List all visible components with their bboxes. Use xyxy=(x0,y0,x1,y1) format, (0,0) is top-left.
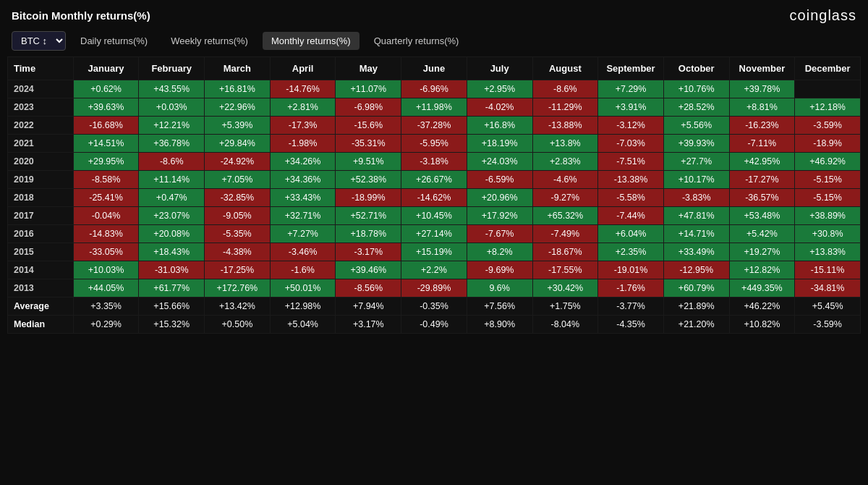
value-cell: +53.48% xyxy=(729,207,795,225)
table-row: 2014+10.03%-31.03%-17.25%-1.6%+39.46%+2.… xyxy=(8,261,861,279)
table-row: 2019-8.58%+11.14%+7.05%+34.36%+52.38%+26… xyxy=(8,171,861,189)
average-cell: +1.75% xyxy=(532,298,598,316)
value-cell: +30.42% xyxy=(532,279,598,298)
value-cell: +33.49% xyxy=(663,243,729,261)
value-cell: -15.11% xyxy=(795,261,861,279)
year-cell: 2024 xyxy=(8,80,74,98)
value-cell: +7.29% xyxy=(598,80,664,98)
year-cell: 2018 xyxy=(8,189,74,207)
median-cell: -0.49% xyxy=(401,316,467,334)
value-cell: +2.2% xyxy=(401,261,467,279)
table-row: 2017-0.04%+23.07%-9.05%+32.71%+52.71%+10… xyxy=(8,207,861,225)
value-cell: +5.56% xyxy=(663,117,729,135)
tab-quarterly[interactable]: Quarterly returns(%) xyxy=(365,32,468,50)
median-label: Median xyxy=(8,316,74,334)
value-cell: -8.6% xyxy=(532,80,598,98)
average-row: Average+3.35%+15.66%+13.42%+12.98%+7.94%… xyxy=(8,298,861,316)
average-cell: +5.45% xyxy=(795,298,861,316)
year-cell: 2014 xyxy=(8,261,74,279)
value-cell: +2.83% xyxy=(532,153,598,171)
value-cell: +19.27% xyxy=(729,243,795,261)
value-cell: +14.51% xyxy=(73,135,139,153)
value-cell: +10.03% xyxy=(73,261,139,279)
value-cell: +22.96% xyxy=(205,98,271,117)
value-cell: +28.52% xyxy=(663,98,729,117)
table-row: 2013+44.05%+61.77%+172.76%+50.01%-8.56%-… xyxy=(8,279,861,298)
value-cell: +39.93% xyxy=(663,135,729,153)
value-cell: +13.8% xyxy=(532,135,598,153)
value-cell: -29.89% xyxy=(401,279,467,298)
value-cell: -13.88% xyxy=(532,117,598,135)
value-cell: -14.83% xyxy=(73,225,139,243)
average-cell: +13.42% xyxy=(205,298,271,316)
value-cell: -25.41% xyxy=(73,189,139,207)
value-cell: +449.35% xyxy=(729,279,795,298)
btc-selector[interactable]: BTC ↕ xyxy=(12,31,66,51)
value-cell: -0.04% xyxy=(73,207,139,225)
value-cell: -13.38% xyxy=(598,171,664,189)
col-oct: October xyxy=(663,57,729,80)
table-row: 2015-33.05%+18.43%-4.38%-3.46%-3.17%+15.… xyxy=(8,243,861,261)
value-cell: -1.6% xyxy=(270,261,336,279)
tab-weekly[interactable]: Weekly returns(%) xyxy=(162,32,257,50)
value-cell: -7.03% xyxy=(598,135,664,153)
year-cell: 2023 xyxy=(8,98,74,117)
year-cell: 2017 xyxy=(8,207,74,225)
value-cell: +50.01% xyxy=(270,279,336,298)
returns-table: Time January February March April May Ju… xyxy=(7,56,861,334)
value-cell: -5.58% xyxy=(598,189,664,207)
returns-table-container: Time January February March April May Ju… xyxy=(0,56,868,334)
value-cell: +11.98% xyxy=(401,98,467,117)
value-cell: +2.35% xyxy=(598,243,664,261)
value-cell: +26.67% xyxy=(401,171,467,189)
value-cell: +13.83% xyxy=(795,243,861,261)
value-cell: +0.03% xyxy=(139,98,205,117)
tab-daily[interactable]: Daily returns(%) xyxy=(72,32,156,50)
value-cell: +20.96% xyxy=(467,189,532,207)
average-cell: +21.89% xyxy=(663,298,729,316)
value-cell: -19.01% xyxy=(598,261,664,279)
value-cell: -37.28% xyxy=(401,117,467,135)
value-cell: 9.6% xyxy=(467,279,532,298)
value-cell: +42.95% xyxy=(729,153,795,171)
value-cell: -8.6% xyxy=(139,153,205,171)
value-cell: +12.82% xyxy=(729,261,795,279)
median-cell: +0.50% xyxy=(205,316,271,334)
value-cell: -3.18% xyxy=(401,153,467,171)
value-cell: +18.43% xyxy=(139,243,205,261)
table-row: 2022-16.68%+12.21%+5.39%-17.3%-15.6%-37.… xyxy=(8,117,861,135)
average-cell: -3.77% xyxy=(598,298,664,316)
page-header: Bitcoin Monthly returns(%) coinglass xyxy=(0,0,868,28)
value-cell: +32.71% xyxy=(270,207,336,225)
median-cell: -8.04% xyxy=(532,316,598,334)
year-cell: 2020 xyxy=(8,153,74,171)
value-cell: +12.18% xyxy=(795,98,861,117)
value-cell: +46.92% xyxy=(795,153,861,171)
table-row: 2024+0.62%+43.55%+16.81%-14.76%+11.07%-6… xyxy=(8,80,861,98)
value-cell: +10.17% xyxy=(663,171,729,189)
median-row: Median+0.29%+15.32%+0.50%+5.04%+3.17%-0.… xyxy=(8,316,861,334)
value-cell: +38.89% xyxy=(795,207,861,225)
value-cell: +60.79% xyxy=(663,279,729,298)
value-cell: +7.05% xyxy=(205,171,271,189)
value-cell: +7.27% xyxy=(270,225,336,243)
value-cell: +52.71% xyxy=(336,207,401,225)
value-cell: +10.45% xyxy=(401,207,467,225)
value-cell: +30.8% xyxy=(795,225,861,243)
value-cell: -18.99% xyxy=(336,189,401,207)
col-jan: January xyxy=(73,57,139,80)
page-title: Bitcoin Monthly returns(%) xyxy=(12,9,150,22)
col-feb: February xyxy=(139,57,205,80)
value-cell: -17.27% xyxy=(729,171,795,189)
tab-monthly[interactable]: Monthly returns(%) xyxy=(263,32,359,50)
average-cell: +12.98% xyxy=(270,298,336,316)
value-cell: +0.62% xyxy=(73,80,139,98)
median-cell: +5.04% xyxy=(270,316,336,334)
year-cell: 2021 xyxy=(8,135,74,153)
average-cell: -0.35% xyxy=(401,298,467,316)
value-cell: -18.67% xyxy=(532,243,598,261)
value-cell: +43.55% xyxy=(139,80,205,98)
value-cell: +2.81% xyxy=(270,98,336,117)
table-header-row: Time January February March April May Ju… xyxy=(8,57,861,80)
value-cell: +10.76% xyxy=(663,80,729,98)
